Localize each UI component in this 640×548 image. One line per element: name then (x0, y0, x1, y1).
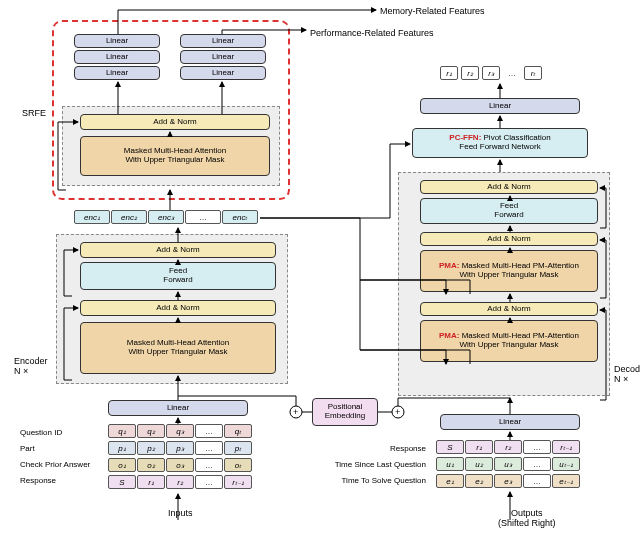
output-label-r: Response (340, 444, 426, 453)
srfe-linear-b3: Linear (180, 66, 266, 80)
srfe-label: SRFE (22, 108, 46, 118)
cell: o₂ (137, 458, 165, 472)
svg-text:+: + (395, 407, 400, 417)
cell: S (108, 475, 136, 489)
decoder-pma1: PMA: Masked Multi-Head PM-Attention With… (420, 320, 598, 362)
pma2-text: Masked Multi-Head PM-Attention With Uppe… (459, 261, 579, 279)
cell: r₁ (137, 475, 165, 489)
cell: o₁ (108, 458, 136, 472)
cell: e₃ (494, 474, 522, 488)
cell: u₂ (465, 457, 493, 471)
enc-cell: enc₁ (74, 210, 110, 224)
r-cell: r₂ (461, 66, 479, 80)
cell: r₂ (166, 475, 194, 489)
srfe-linear-a2: Linear (74, 50, 160, 64)
decoder-label: Decoder N × (614, 364, 640, 384)
cell-dots: … (523, 440, 551, 454)
pma1-text: Masked Multi-Head PM-Attention With Uppe… (459, 331, 579, 349)
srfe-linear-a3: Linear (74, 66, 160, 80)
cell-dots: … (523, 457, 551, 471)
output-linear: Linear (420, 98, 580, 114)
cell-dots: … (195, 424, 223, 438)
encoder-addnorm2: Add & Norm (80, 300, 276, 316)
decoder-addnorm3: Add & Norm (420, 180, 598, 194)
performance-features-label: Performance-Related Features (310, 28, 434, 38)
svg-point-28 (392, 406, 404, 418)
pcffn-block: PC-FFN: Pivot Classification Feed Forwar… (412, 128, 588, 158)
cell: p₂ (137, 441, 165, 455)
r-cell: r₁ (440, 66, 458, 80)
encoder-input-linear: Linear (108, 400, 248, 416)
cell: S (436, 440, 464, 454)
srfe-addnorm: Add & Norm (80, 114, 270, 130)
cell: r₂ (494, 440, 522, 454)
encoder-addnorm1: Add & Norm (80, 242, 276, 258)
srfe-attn: Masked Multi-Head Attention With Upper T… (80, 136, 270, 176)
cell-dots: … (195, 475, 223, 489)
cell: u₃ (494, 457, 522, 471)
r-cell: r₃ (482, 66, 500, 80)
pma2-prefix: PMA: (439, 261, 462, 270)
svg-point-23 (290, 406, 302, 418)
srfe-linear-b1: Linear (180, 34, 266, 48)
cell: p₁ (108, 441, 136, 455)
pma1-prefix: PMA: (439, 331, 462, 340)
decoder-addnorm2: Add & Norm (420, 232, 598, 246)
decoder-pma2: PMA: Masked Multi-Head PM-Attention With… (420, 250, 598, 292)
pcffn-prefix: PC-FFN: (449, 133, 483, 142)
cell: rₜ₋₁ (224, 475, 252, 489)
output-r-row: r₁ r₂ r₃ … rₜ (440, 66, 542, 80)
cell: qₜ (224, 424, 252, 438)
cell-dots: … (195, 441, 223, 455)
cell: rₜ₋₁ (552, 440, 580, 454)
srfe-linear-a1: Linear (74, 34, 160, 48)
outputs-table: S r₁ r₂ … rₜ₋₁ u₁ u₂ u₃ … uₜ₋₁ e₁ e₂ e₃ … (436, 440, 580, 490)
inputs-arrow-label: Inputs (168, 508, 193, 518)
output-label-u: Time Since Last Question (300, 460, 426, 469)
encoder-ffw: Feed Forward (80, 262, 276, 290)
decoder-ffw: Feed Forward (420, 198, 598, 224)
cell: uₜ₋₁ (552, 457, 580, 471)
enc-cell: enc₂ (111, 210, 147, 224)
memory-features-label: Memory-Related Features (380, 6, 485, 16)
input-label-p: Part (20, 444, 35, 453)
inputs-table: q₁ q₂ q₃ … qₜ p₁ p₂ p₃ … pₜ o₁ o₂ o₃ … o… (108, 424, 252, 491)
cell-dots: … (195, 458, 223, 472)
enc-cell: encₜ (222, 210, 258, 224)
enc-cell: enc₃ (148, 210, 184, 224)
cell: p₃ (166, 441, 194, 455)
enc-tokens: enc₁ enc₂ enc₃ … encₜ (74, 210, 258, 224)
cell: q₂ (137, 424, 165, 438)
input-label-q: Question ID (20, 428, 62, 437)
decoder-addnorm1: Add & Norm (420, 302, 598, 316)
positional-embedding: Positional Embedding (312, 398, 378, 426)
decoder-input-linear: Linear (440, 414, 580, 430)
cell: pₜ (224, 441, 252, 455)
cell: q₁ (108, 424, 136, 438)
enc-dots: … (185, 210, 221, 224)
input-label-o: Check Prior Answer (20, 460, 90, 469)
r-cell: rₜ (524, 66, 542, 80)
input-label-r: Response (20, 476, 56, 485)
cell: u₁ (436, 457, 464, 471)
cell: q₃ (166, 424, 194, 438)
cell: oₜ (224, 458, 252, 472)
encoder-label: Encoder N × (14, 356, 48, 376)
svg-text:+: + (293, 407, 298, 417)
output-label-e: Time To Solve Question (300, 476, 426, 485)
cell: o₃ (166, 458, 194, 472)
r-dots: … (503, 66, 521, 80)
srfe-linear-b2: Linear (180, 50, 266, 64)
cell: eₜ₋₁ (552, 474, 580, 488)
cell: e₁ (436, 474, 464, 488)
encoder-attn: Masked Multi-Head Attention With Upper T… (80, 322, 276, 374)
cell: r₁ (465, 440, 493, 454)
cell: e₂ (465, 474, 493, 488)
cell-dots: … (523, 474, 551, 488)
outputs-arrow-label: Outputs (Shifted Right) (498, 508, 556, 528)
